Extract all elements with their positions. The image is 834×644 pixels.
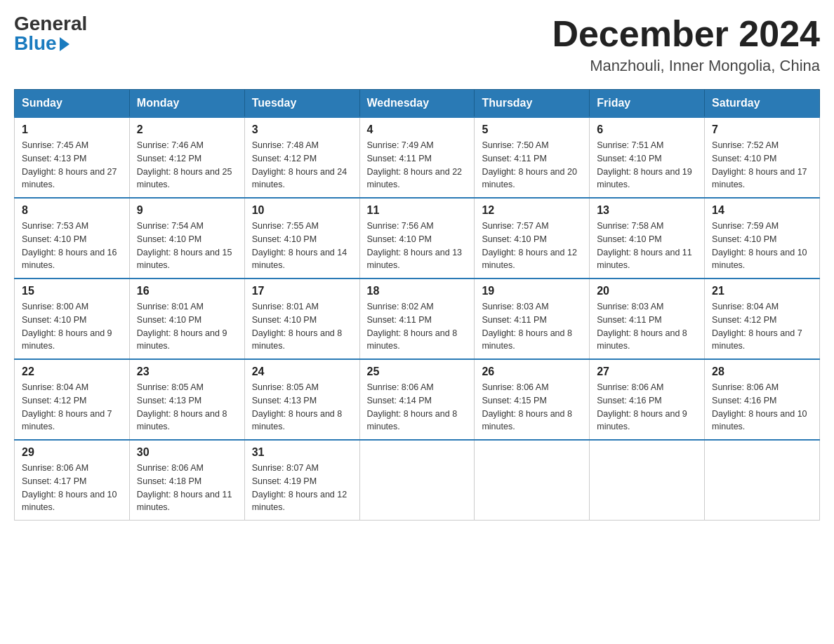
calendar-cell: 7Sunrise: 7:52 AMSunset: 4:10 PMDaylight… — [705, 117, 820, 198]
calendar-cell: 5Sunrise: 7:50 AMSunset: 4:11 PMDaylight… — [475, 117, 590, 198]
day-number: 23 — [137, 365, 237, 378]
day-number: 22 — [22, 365, 122, 378]
logo: General Blue — [14, 14, 87, 53]
day-info: Sunrise: 8:03 AMSunset: 4:11 PMDaylight:… — [597, 300, 697, 353]
day-info: Sunrise: 8:06 AMSunset: 4:15 PMDaylight:… — [482, 381, 582, 434]
calendar-cell: 25Sunrise: 8:06 AMSunset: 4:14 PMDayligh… — [359, 359, 475, 440]
col-tuesday: Tuesday — [244, 90, 359, 118]
day-info: Sunrise: 7:55 AMSunset: 4:10 PMDaylight:… — [252, 220, 352, 272]
day-number: 12 — [482, 204, 582, 217]
day-info: Sunrise: 7:57 AMSunset: 4:10 PMDaylight:… — [482, 220, 582, 272]
day-info: Sunrise: 8:05 AMSunset: 4:13 PMDaylight:… — [252, 381, 352, 434]
calendar-cell: 26Sunrise: 8:06 AMSunset: 4:15 PMDayligh… — [475, 359, 590, 440]
calendar-cell: 13Sunrise: 7:58 AMSunset: 4:10 PMDayligh… — [590, 198, 705, 279]
day-number: 16 — [137, 285, 237, 297]
day-number: 13 — [597, 204, 697, 217]
day-info: Sunrise: 8:06 AMSunset: 4:16 PMDaylight:… — [597, 381, 697, 434]
calendar-cell — [705, 440, 820, 521]
calendar-table: Sunday Monday Tuesday Wednesday Thursday… — [14, 89, 820, 521]
day-number: 27 — [597, 365, 697, 378]
day-number: 8 — [22, 204, 122, 217]
day-number: 26 — [482, 365, 582, 378]
day-number: 29 — [22, 446, 122, 459]
calendar-week-row: 1Sunrise: 7:45 AMSunset: 4:13 PMDaylight… — [15, 117, 820, 198]
day-number: 2 — [137, 123, 237, 136]
day-number: 31 — [252, 446, 352, 459]
col-wednesday: Wednesday — [359, 90, 475, 118]
calendar-cell: 16Sunrise: 8:01 AMSunset: 4:10 PMDayligh… — [129, 279, 244, 359]
day-info: Sunrise: 7:59 AMSunset: 4:10 PMDaylight:… — [712, 220, 812, 272]
calendar-cell: 10Sunrise: 7:55 AMSunset: 4:10 PMDayligh… — [244, 198, 359, 279]
day-info: Sunrise: 8:06 AMSunset: 4:16 PMDaylight:… — [712, 381, 812, 434]
day-info: Sunrise: 7:58 AMSunset: 4:10 PMDaylight:… — [597, 220, 697, 272]
calendar-cell: 3Sunrise: 7:48 AMSunset: 4:12 PMDaylight… — [244, 117, 359, 198]
day-info: Sunrise: 7:49 AMSunset: 4:11 PMDaylight:… — [367, 139, 468, 192]
day-info: Sunrise: 8:01 AMSunset: 4:10 PMDaylight:… — [137, 300, 237, 353]
calendar-week-row: 8Sunrise: 7:53 AMSunset: 4:10 PMDaylight… — [15, 198, 820, 279]
calendar-cell: 8Sunrise: 7:53 AMSunset: 4:10 PMDaylight… — [15, 198, 130, 279]
calendar-cell: 12Sunrise: 7:57 AMSunset: 4:10 PMDayligh… — [475, 198, 590, 279]
day-number: 19 — [482, 285, 582, 297]
calendar-cell — [359, 440, 475, 521]
calendar-cell: 6Sunrise: 7:51 AMSunset: 4:10 PMDaylight… — [590, 117, 705, 198]
day-info: Sunrise: 8:04 AMSunset: 4:12 PMDaylight:… — [712, 300, 812, 353]
calendar-cell: 2Sunrise: 7:46 AMSunset: 4:12 PMDaylight… — [129, 117, 244, 198]
title-block: December 2024 Manzhouli, Inner Mongolia,… — [552, 14, 820, 75]
calendar-cell: 18Sunrise: 8:02 AMSunset: 4:11 PMDayligh… — [359, 279, 475, 359]
col-friday: Friday — [590, 90, 705, 118]
calendar-cell: 30Sunrise: 8:06 AMSunset: 4:18 PMDayligh… — [129, 440, 244, 521]
day-info: Sunrise: 8:06 AMSunset: 4:17 PMDaylight:… — [22, 462, 122, 514]
calendar-cell: 22Sunrise: 8:04 AMSunset: 4:12 PMDayligh… — [15, 359, 130, 440]
calendar-cell: 14Sunrise: 7:59 AMSunset: 4:10 PMDayligh… — [705, 198, 820, 279]
col-saturday: Saturday — [705, 90, 820, 118]
day-number: 6 — [597, 123, 697, 136]
calendar-cell: 11Sunrise: 7:56 AMSunset: 4:10 PMDayligh… — [359, 198, 475, 279]
calendar-cell — [475, 440, 590, 521]
day-info: Sunrise: 8:04 AMSunset: 4:12 PMDaylight:… — [22, 381, 122, 434]
calendar-week-row: 29Sunrise: 8:06 AMSunset: 4:17 PMDayligh… — [15, 440, 820, 521]
day-info: Sunrise: 8:05 AMSunset: 4:13 PMDaylight:… — [137, 381, 237, 434]
location-subtitle: Manzhouli, Inner Mongolia, China — [552, 57, 820, 75]
calendar-cell: 29Sunrise: 8:06 AMSunset: 4:17 PMDayligh… — [15, 440, 130, 521]
day-number: 14 — [712, 204, 812, 217]
day-number: 24 — [252, 365, 352, 378]
day-info: Sunrise: 8:03 AMSunset: 4:11 PMDaylight:… — [482, 300, 582, 353]
day-info: Sunrise: 7:50 AMSunset: 4:11 PMDaylight:… — [482, 139, 582, 192]
calendar-cell: 20Sunrise: 8:03 AMSunset: 4:11 PMDayligh… — [590, 279, 705, 359]
day-number: 5 — [482, 123, 582, 136]
calendar-week-row: 22Sunrise: 8:04 AMSunset: 4:12 PMDayligh… — [15, 359, 820, 440]
day-number: 28 — [712, 365, 812, 378]
col-monday: Monday — [129, 90, 244, 118]
col-thursday: Thursday — [475, 90, 590, 118]
day-number: 9 — [137, 204, 237, 217]
day-number: 25 — [367, 365, 468, 378]
day-number: 18 — [367, 285, 468, 297]
calendar-cell: 24Sunrise: 8:05 AMSunset: 4:13 PMDayligh… — [244, 359, 359, 440]
day-info: Sunrise: 8:02 AMSunset: 4:11 PMDaylight:… — [367, 300, 468, 353]
calendar-cell: 28Sunrise: 8:06 AMSunset: 4:16 PMDayligh… — [705, 359, 820, 440]
calendar-cell: 9Sunrise: 7:54 AMSunset: 4:10 PMDaylight… — [129, 198, 244, 279]
calendar-cell: 1Sunrise: 7:45 AMSunset: 4:13 PMDaylight… — [15, 117, 130, 198]
month-title: December 2024 — [552, 14, 820, 54]
calendar-header-row: Sunday Monday Tuesday Wednesday Thursday… — [15, 90, 820, 118]
day-number: 4 — [367, 123, 468, 136]
day-info: Sunrise: 7:48 AMSunset: 4:12 PMDaylight:… — [252, 139, 352, 192]
day-info: Sunrise: 7:46 AMSunset: 4:12 PMDaylight:… — [137, 139, 237, 192]
page-header: General Blue December 2024 Manzhouli, In… — [14, 14, 820, 75]
day-number: 1 — [22, 123, 122, 136]
day-info: Sunrise: 7:53 AMSunset: 4:10 PMDaylight:… — [22, 220, 122, 272]
calendar-cell: 4Sunrise: 7:49 AMSunset: 4:11 PMDaylight… — [359, 117, 475, 198]
col-sunday: Sunday — [15, 90, 130, 118]
day-info: Sunrise: 8:06 AMSunset: 4:18 PMDaylight:… — [137, 462, 237, 514]
day-number: 10 — [252, 204, 352, 217]
calendar-cell: 27Sunrise: 8:06 AMSunset: 4:16 PMDayligh… — [590, 359, 705, 440]
day-info: Sunrise: 8:00 AMSunset: 4:10 PMDaylight:… — [22, 300, 122, 353]
day-number: 21 — [712, 285, 812, 297]
calendar-cell: 31Sunrise: 8:07 AMSunset: 4:19 PMDayligh… — [244, 440, 359, 521]
day-number: 11 — [367, 204, 468, 217]
calendar-cell: 23Sunrise: 8:05 AMSunset: 4:13 PMDayligh… — [129, 359, 244, 440]
day-info: Sunrise: 7:56 AMSunset: 4:10 PMDaylight:… — [367, 220, 468, 272]
day-info: Sunrise: 7:51 AMSunset: 4:10 PMDaylight:… — [597, 139, 697, 192]
calendar-cell: 17Sunrise: 8:01 AMSunset: 4:10 PMDayligh… — [244, 279, 359, 359]
day-number: 17 — [252, 285, 352, 297]
